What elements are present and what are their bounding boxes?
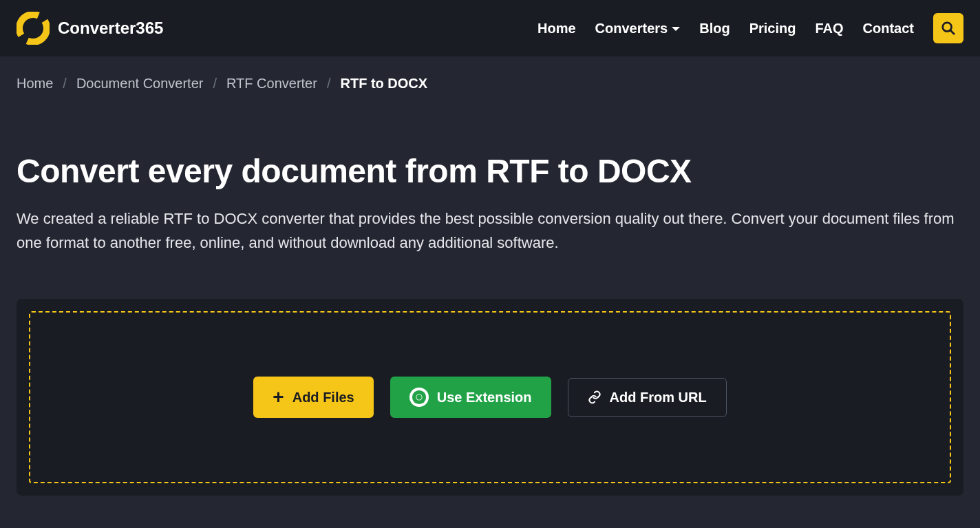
nav-contact[interactable]: Contact bbox=[863, 21, 914, 36]
nav-pricing[interactable]: Pricing bbox=[749, 21, 796, 36]
use-extension-button[interactable]: Use Extension bbox=[390, 377, 551, 418]
hero-section: Convert every document from RTF to DOCX … bbox=[0, 111, 980, 282]
nav-converters-label: Converters bbox=[595, 21, 668, 36]
dropzone[interactable]: + Add Files Use Extension Add From URL bbox=[29, 311, 951, 483]
nav-blog[interactable]: Blog bbox=[699, 21, 729, 36]
add-from-url-button[interactable]: Add From URL bbox=[568, 378, 727, 417]
breadcrumb-home[interactable]: Home bbox=[17, 76, 53, 92]
page-title: Convert every document from RTF to DOCX bbox=[17, 152, 963, 190]
add-files-label: Add Files bbox=[292, 390, 354, 405]
search-icon bbox=[941, 21, 956, 36]
svg-point-7 bbox=[416, 395, 421, 400]
svg-line-4 bbox=[950, 30, 955, 34]
logo-link[interactable]: Converter365 bbox=[17, 12, 163, 45]
breadcrumb-separator: / bbox=[63, 76, 67, 92]
nav-faq[interactable]: FAQ bbox=[815, 21, 843, 36]
main-nav: Home Converters Blog Pricing FAQ Contact bbox=[537, 13, 963, 43]
breadcrumb-current: RTF to DOCX bbox=[340, 76, 427, 92]
header: Converter365 Home Converters Blog Pricin… bbox=[0, 0, 980, 56]
logo-text: Converter365 bbox=[58, 19, 163, 38]
nav-converters[interactable]: Converters bbox=[595, 21, 681, 36]
upload-section: + Add Files Use Extension Add From URL bbox=[17, 299, 963, 496]
use-extension-label: Use Extension bbox=[437, 390, 532, 405]
page-description: We created a reliable RTF to DOCX conver… bbox=[17, 207, 959, 255]
search-button[interactable] bbox=[933, 13, 963, 43]
plus-icon: + bbox=[273, 388, 284, 407]
nav-home[interactable]: Home bbox=[537, 21, 576, 36]
logo-icon bbox=[17, 12, 50, 45]
breadcrumb: Home / Document Converter / RTF Converte… bbox=[0, 56, 980, 111]
breadcrumb-separator: / bbox=[213, 76, 217, 92]
add-files-button[interactable]: + Add Files bbox=[253, 377, 373, 418]
breadcrumb-document-converter[interactable]: Document Converter bbox=[76, 76, 204, 92]
chrome-icon bbox=[409, 388, 429, 407]
breadcrumb-separator: / bbox=[327, 76, 331, 92]
link-icon bbox=[588, 390, 601, 404]
breadcrumb-rtf-converter[interactable]: RTF Converter bbox=[226, 76, 317, 92]
chevron-down-icon bbox=[672, 27, 680, 31]
add-from-url-label: Add From URL bbox=[610, 390, 707, 405]
